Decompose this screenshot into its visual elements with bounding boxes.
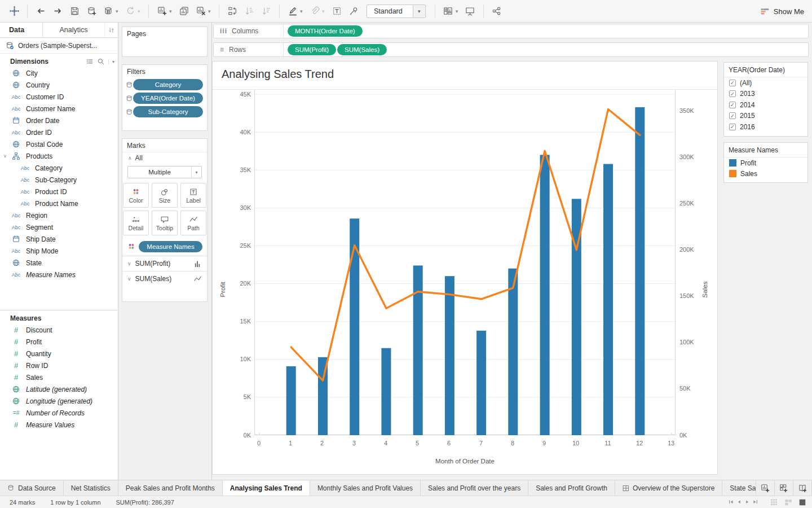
search-icon[interactable] [97, 58, 105, 65]
profit-bar[interactable] [635, 107, 645, 435]
datasource-item[interactable]: Orders (Sample-Superst... [0, 38, 118, 54]
field-measure-values[interactable]: #Measure Values [0, 419, 118, 431]
year-option-2014[interactable]: ✓2014 [724, 99, 807, 111]
detail-button[interactable]: Detail [123, 211, 149, 235]
field-profit[interactable]: #Profit [0, 336, 118, 348]
profit-bar[interactable] [286, 366, 296, 435]
sort-descending-button[interactable] [259, 3, 273, 19]
mark-type-dropdown[interactable]: Multiple ▾ [127, 166, 202, 178]
year-option-2015[interactable]: ✓2015 [724, 111, 807, 122]
profit-bar[interactable] [445, 276, 454, 435]
fit-selector[interactable]: Standard▾ [367, 5, 426, 18]
refresh-data-caret-icon[interactable]: ▾ [138, 8, 143, 14]
view-blocks-button[interactable] [782, 498, 795, 506]
checkbox[interactable]: ✓ [729, 102, 736, 108]
nav-first-button[interactable] [728, 499, 735, 506]
field-order-date[interactable]: Order Date [0, 115, 118, 126]
sheet-tab-sales-and-profit-growth[interactable]: Sales and Profit Growth [528, 480, 615, 496]
field-latitude-generated-[interactable]: Latitude (generated) [0, 383, 118, 395]
year-option-2016[interactable]: ✓2016 [724, 121, 807, 133]
clear-sheet-caret-icon[interactable]: ▾ [208, 8, 214, 14]
field-number-of-records[interactable]: =#Number of Records [0, 407, 118, 419]
field-measure-names[interactable]: AbcMeasure Names [0, 269, 118, 281]
pane-swap-icon[interactable] [104, 23, 118, 37]
field-country[interactable]: Country [0, 79, 118, 91]
field-row-id[interactable]: #Row ID [0, 360, 118, 371]
pause-updates-caret-icon[interactable]: ▾ [116, 8, 121, 14]
field-order-id[interactable]: AbcOrder ID [0, 126, 118, 138]
add-data-button[interactable] [84, 3, 99, 19]
undo-button[interactable] [33, 3, 48, 19]
sales-line[interactable] [291, 110, 640, 381]
checkbox[interactable]: ✓ [729, 124, 736, 130]
sheet-tab-state-sales-dist[interactable]: State Sales Dist [722, 480, 756, 496]
share-workbook-button[interactable] [489, 3, 504, 19]
expand-icon[interactable]: ∨ [3, 154, 10, 159]
filter-pill[interactable]: YEAR(Order Date) [133, 93, 203, 104]
highlight-button[interactable] [285, 3, 300, 19]
field-sales[interactable]: #Sales [0, 371, 118, 383]
field-product-name[interactable]: AbcProduct Name [0, 198, 118, 209]
rows-shelf[interactable]: ≡ Rows SUM(Profit)SUM(Sales) [213, 42, 809, 57]
field-region[interactable]: AbcRegion [0, 209, 118, 221]
label-button[interactable]: Label [180, 183, 206, 208]
field-city[interactable]: City [0, 67, 118, 79]
checkbox[interactable]: ✓ [729, 112, 736, 119]
checkbox[interactable]: ✓ [729, 80, 736, 86]
sheet-tab-net-statistics[interactable]: Net Statistics [64, 480, 118, 496]
nav-last-button[interactable] [752, 499, 758, 506]
field-customer-name[interactable]: AbcCustomer Name [0, 103, 118, 115]
shelf-pill[interactable]: SUM(Profit) [288, 44, 336, 55]
highlight-caret-icon[interactable]: ▾ [300, 8, 306, 14]
sheet-tab-peak-sales-and-profit-months[interactable]: Peak Sales and Profit Months [118, 480, 223, 496]
field-state[interactable]: State [0, 257, 118, 269]
columns-shelf[interactable]: iii Columns MONTH(Order Date) [213, 24, 809, 38]
field-product-id[interactable]: AbcProduct ID [0, 186, 118, 198]
shelf-pill[interactable]: SUM(Sales) [337, 44, 387, 55]
marks-all-row[interactable]: ∧ All [122, 152, 207, 164]
tooltip-button[interactable]: Tooltip [152, 211, 178, 235]
swap-rows-columns-button[interactable] [225, 3, 240, 19]
new-worksheet-button[interactable] [155, 3, 169, 19]
marks-sum-sales--row[interactable]: ∨SUM(Sales) [122, 271, 207, 286]
view-full-button[interactable] [796, 498, 809, 506]
nav-prev-button[interactable] [736, 499, 743, 506]
expand-icon[interactable]: ∨ [127, 261, 131, 266]
refresh-data-button[interactable] [123, 3, 138, 19]
clear-sheet-button[interactable] [193, 3, 208, 19]
path-button[interactable]: Path [180, 211, 206, 235]
new-dashboard-tab-button[interactable] [775, 480, 793, 496]
collapse-icon[interactable]: ∧ [128, 155, 132, 161]
profit-bar[interactable] [381, 348, 391, 435]
field-customer-id[interactable]: AbcCustomer ID [0, 91, 118, 103]
checkbox[interactable]: ✓ [729, 90, 736, 97]
field-ship-date[interactable]: Ship Date [0, 233, 118, 245]
mark-type-caret-icon[interactable]: ▾ [191, 167, 201, 178]
group-members-button[interactable] [307, 3, 322, 19]
sort-ascending-button[interactable] [242, 3, 257, 19]
sheet-tab-analysing-sales-trend[interactable]: Analysing Sales Trend [223, 480, 310, 496]
field-discount[interactable]: #Discount [0, 324, 118, 336]
profit-bar[interactable] [603, 164, 613, 436]
year-option-2013[interactable]: ✓2013 [724, 89, 807, 100]
show-mark-labels-button[interactable] [329, 3, 344, 19]
profit-bar[interactable] [508, 269, 518, 435]
size-button[interactable]: Size [152, 183, 178, 208]
legend-item-profit[interactable]: Profit [724, 157, 807, 168]
chart-plot-area[interactable] [254, 90, 676, 435]
tab-analytics[interactable]: Analytics [43, 23, 104, 37]
pages-card[interactable]: Pages [122, 27, 208, 57]
pause-updates-button[interactable] [101, 3, 116, 19]
sheet-tab-overview-of-the-superstore[interactable]: Overview of the Superstore [615, 480, 722, 496]
show-me-button[interactable]: Show Me [760, 0, 804, 23]
field-longitude-generated-[interactable]: Longitude (generated) [0, 395, 118, 407]
new-story-tab-button[interactable] [793, 480, 812, 496]
field-products[interactable]: ∨Products [0, 150, 118, 162]
field-postal-code[interactable]: Postal Code [0, 138, 118, 150]
profit-bar[interactable] [476, 331, 486, 435]
presentation-mode-button[interactable] [463, 3, 478, 19]
field-ship-mode[interactable]: AbcShip Mode [0, 245, 118, 257]
color-button[interactable]: Color [123, 183, 149, 208]
marks-sum-profit--row[interactable]: ∨SUM(Profit) [122, 256, 207, 271]
measure-names-pill[interactable]: Measure Names [139, 241, 202, 252]
